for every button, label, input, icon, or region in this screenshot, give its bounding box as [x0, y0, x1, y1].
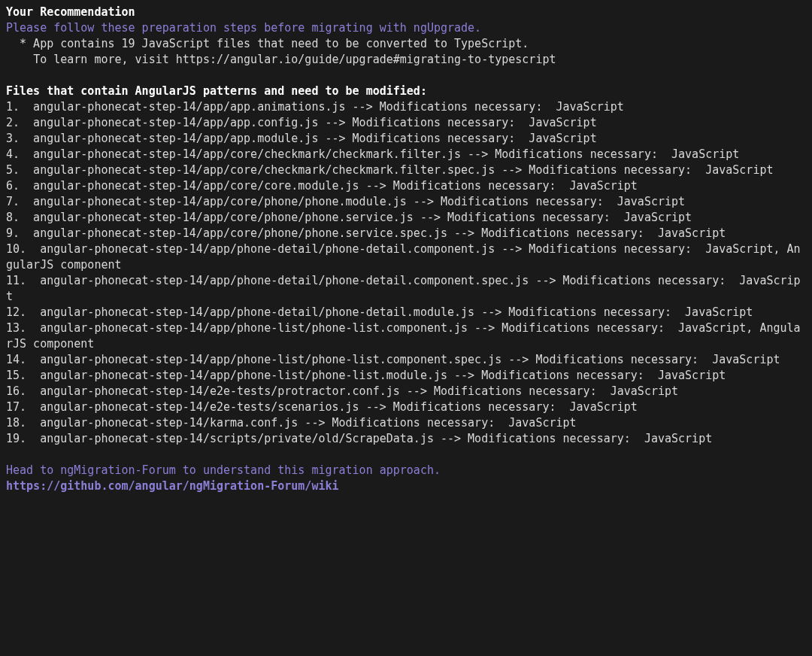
file-entry: 19. angular-phonecat-step-14/scripts/pri… [6, 431, 806, 447]
forum-link[interactable]: https://github.com/angular/ngMigration-F… [6, 478, 806, 494]
file-entry: 7. angular-phonecat-step-14/app/core/pho… [6, 194, 806, 210]
recommendation-title: Your Recommendation [6, 5, 806, 20]
file-entry: 14. angular-phonecat-step-14/app/phone-l… [6, 352, 806, 368]
file-entry: 17. angular-phonecat-step-14/e2e-tests/s… [6, 399, 806, 415]
blank-line [6, 447, 806, 463]
file-entry: 1. angular-phonecat-step-14/app/app.anim… [6, 99, 806, 115]
forum-text: Head to ngMigration-Forum to understand … [6, 463, 806, 478]
file-entry: 18. angular-phonecat-step-14/karma.conf.… [6, 415, 806, 431]
file-entry: 16. angular-phonecat-step-14/e2e-tests/p… [6, 384, 806, 399]
file-entry: 12. angular-phonecat-step-14/app/phone-d… [6, 305, 806, 320]
file-entry: 15. angular-phonecat-step-14/app/phone-l… [6, 368, 806, 384]
file-entry: 11. angular-phonecat-step-14/app/phone-d… [6, 273, 806, 305]
file-entry: 9. angular-phonecat-step-14/app/core/pho… [6, 226, 806, 241]
file-entry: 8. angular-phonecat-step-14/app/core/pho… [6, 210, 806, 226]
files-list: 1. angular-phonecat-step-14/app/app.anim… [6, 99, 806, 447]
terminal-output: Your Recommendation Please follow these … [6, 5, 806, 494]
file-entry: 10. angular-phonecat-step-14/app/phone-d… [6, 241, 806, 273]
blank-line [6, 68, 806, 84]
file-entry: 5. angular-phonecat-step-14/app/core/che… [6, 162, 806, 178]
file-entry: 6. angular-phonecat-step-14/app/core/cor… [6, 178, 806, 194]
files-header: Files that contain AngularJS patterns an… [6, 84, 806, 99]
recommendation-bullet: * App contains 19 JavaScript files that … [6, 36, 806, 52]
file-entry: 3. angular-phonecat-step-14/app/app.modu… [6, 131, 806, 147]
file-entry: 4. angular-phonecat-step-14/app/core/che… [6, 147, 806, 162]
recommendation-subtitle: Please follow these preparation steps be… [6, 20, 806, 36]
file-entry: 2. angular-phonecat-step-14/app/app.conf… [6, 115, 806, 131]
recommendation-learn-more: To learn more, visit https://angular.io/… [6, 52, 806, 68]
file-entry: 13. angular-phonecat-step-14/app/phone-l… [6, 320, 806, 352]
